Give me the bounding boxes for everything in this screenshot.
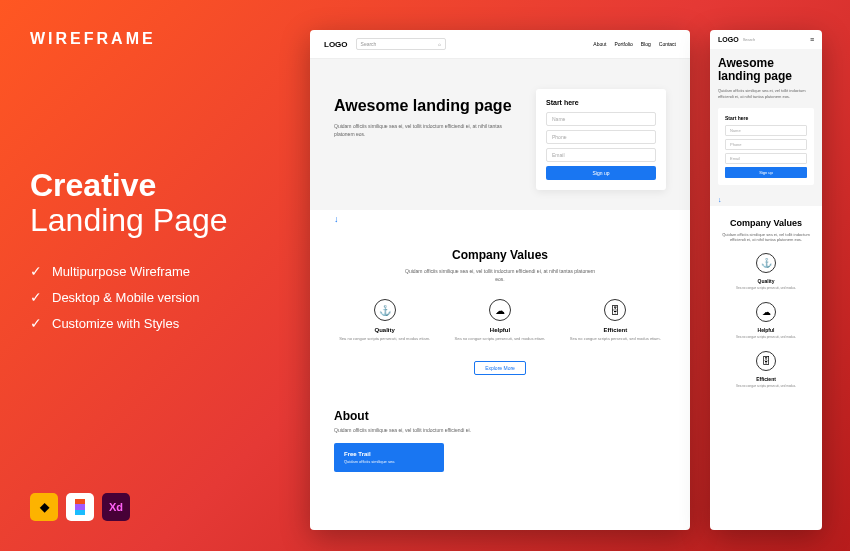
headline-bold: Creative <box>30 168 290 203</box>
mobile-hero: Awesome landing page Quidam officiis sim… <box>710 49 822 193</box>
desktop-nav: About Portfolio Blog Contact <box>593 41 676 47</box>
mobile-header: LOGO Search ≡ <box>710 30 822 49</box>
desktop-header: LOGO Search⌕ About Portfolio Blog Contac… <box>310 30 690 59</box>
hero-text: Quidam officiis similique sea ei, vel to… <box>718 88 814 99</box>
tool-icons: ◆ Xd <box>30 493 130 521</box>
value-helpful: ☁ Helpful Sea no congue scripta persecut… <box>449 299 550 342</box>
form-title: Start here <box>546 99 656 106</box>
mobile-preview: LOGO Search ≡ Awesome landing page Quida… <box>710 30 822 530</box>
xd-icon: Xd <box>102 493 130 521</box>
feature-list: ✓Multipurpose Wireframe ✓Desktop & Mobil… <box>30 263 290 331</box>
free-trail-card[interactable]: Free Trail Quidam officiis similique sea <box>334 443 444 472</box>
check-icon: ✓ <box>30 289 42 305</box>
scroll-down-icon[interactable]: ↓ <box>310 210 690 228</box>
email-field[interactable]: Email <box>546 148 656 162</box>
email-field[interactable]: Email <box>725 153 807 164</box>
about-title: About <box>334 409 666 423</box>
figma-icon <box>66 493 94 521</box>
values-title: Company Values <box>718 218 814 228</box>
search-input[interactable]: Search⌕ <box>356 38 446 50</box>
headline-light: Landing Page <box>30 203 290 238</box>
value-quality: ⚓ Quality Sea no congue scripta persecut… <box>334 299 435 342</box>
hero-title: Awesome landing page <box>334 97 516 115</box>
search-input[interactable]: Search <box>743 37 806 42</box>
value-quality: ⚓ Quality Sea no congue scripta persecut… <box>718 253 814 290</box>
desktop-preview: LOGO Search⌕ About Portfolio Blog Contac… <box>310 30 690 530</box>
check-icon: ✓ <box>30 263 42 279</box>
feature-item: ✓Desktop & Mobile version <box>30 289 290 305</box>
anchor-icon: ⚓ <box>756 253 776 273</box>
values-sub: Quidam officiis similique sea ei, vel to… <box>400 268 600 283</box>
values-section: Company Values Quidam officiis similique… <box>710 206 822 413</box>
value-efficient: 🗄 Efficient Sea no congue scripta persec… <box>565 299 666 342</box>
value-efficient: 🗄 Efficient Sea no congue scripta persec… <box>718 351 814 388</box>
logo[interactable]: LOGO <box>718 36 739 43</box>
hero-title: Awesome landing page <box>718 57 814 83</box>
signup-button[interactable]: Sign up <box>725 167 807 178</box>
desktop-hero: Awesome landing page Quidam officiis sim… <box>310 59 690 210</box>
menu-icon[interactable]: ≡ <box>810 36 814 43</box>
logo[interactable]: LOGO <box>324 40 348 49</box>
values-section: Company Values Quidam officiis similique… <box>310 228 690 395</box>
nav-about[interactable]: About <box>593 41 606 47</box>
about-text: Quidam officiis similique sea ei, vel to… <box>334 427 666 433</box>
nav-contact[interactable]: Contact <box>659 41 676 47</box>
feature-item: ✓Multipurpose Wireframe <box>30 263 290 279</box>
name-field[interactable]: Name <box>546 112 656 126</box>
archive-icon: 🗄 <box>756 351 776 371</box>
signup-form: Start here Name Phone Email Sign up <box>718 108 814 185</box>
value-helpful: ☁ Helpful Sea no congue scripta persecut… <box>718 302 814 339</box>
promo-panel: WIREFRAME Creative Landing Page ✓Multipu… <box>30 30 290 341</box>
form-title: Start here <box>725 115 807 121</box>
check-icon: ✓ <box>30 315 42 331</box>
scroll-down-icon[interactable]: ↓ <box>710 193 822 206</box>
explore-button[interactable]: Explore More <box>474 361 526 375</box>
sketch-icon: ◆ <box>30 493 58 521</box>
values-title: Company Values <box>334 248 666 262</box>
hero-text: Quidam officiis similique sea ei, vel to… <box>334 123 516 138</box>
search-icon: ⌕ <box>438 41 441 47</box>
brand-label: WIREFRAME <box>30 30 290 48</box>
phone-field[interactable]: Phone <box>725 139 807 150</box>
about-section: About Quidam officiis similique sea ei, … <box>310 395 690 472</box>
cloud-icon: ☁ <box>756 302 776 322</box>
feature-item: ✓Customize with Styles <box>30 315 290 331</box>
name-field[interactable]: Name <box>725 125 807 136</box>
signup-button[interactable]: Sign up <box>546 166 656 180</box>
signup-form: Start here Name Phone Email Sign up <box>536 89 666 190</box>
nav-blog[interactable]: Blog <box>641 41 651 47</box>
phone-field[interactable]: Phone <box>546 130 656 144</box>
archive-icon: 🗄 <box>604 299 626 321</box>
cloud-icon: ☁ <box>489 299 511 321</box>
nav-portfolio[interactable]: Portfolio <box>614 41 632 47</box>
anchor-icon: ⚓ <box>374 299 396 321</box>
values-sub: Quidam officiis similique sea ei, vel to… <box>718 232 814 243</box>
